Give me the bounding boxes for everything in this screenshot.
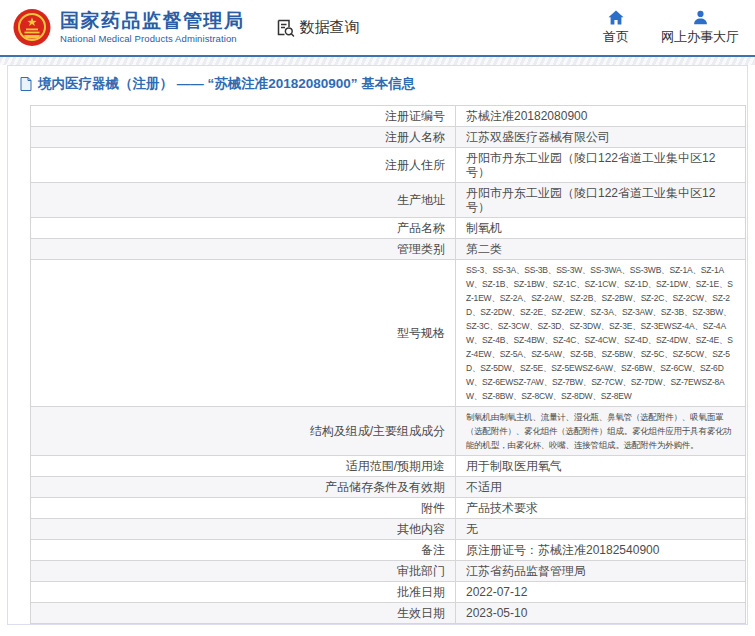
row-label-text: 产品储存条件及有效期 (325, 480, 445, 494)
row-label-text: 生效日期 (397, 606, 445, 620)
decorative-hatch-strip (0, 57, 755, 65)
table-row: 附件产品技术要求 (31, 498, 746, 519)
row-value: SS-3、SS-3A、SS-3B、SS-3W、SS-3WA、SS-3WB、SZ-… (456, 260, 746, 407)
table-row: 适用范围/预期用途用于制取医用氧气 (31, 456, 746, 477)
row-value: 第二类 (456, 239, 746, 260)
row-value: 原注册证号：苏械注准20182540900 (456, 540, 746, 561)
row-label-text: 生产地址 (397, 193, 445, 207)
row-label-text: 型号规格 (397, 326, 445, 340)
row-label-text: 注册人住所 (385, 158, 445, 172)
row-label: 生产地址 (31, 183, 456, 218)
row-label-text: 适用范围/预期用途 (346, 459, 445, 473)
org-name-en: National Medical Products Administration (60, 34, 245, 44)
row-value: 2028-05-09 (456, 624, 746, 626)
row-label: 注册证编号 (31, 106, 456, 127)
breadcrumb: 境内医疗器械（注册） —— “苏械注准20182080900” 基本信息 (8, 66, 747, 97)
nav-service-hall-label: 网上办事大厅 (661, 28, 739, 46)
nav-service-hall[interactable]: 网上办事大厅 (661, 10, 739, 46)
row-label: 管理类别 (31, 239, 456, 260)
row-value: 产品技术要求 (456, 498, 746, 519)
home-icon (608, 10, 624, 25)
table-row: 产品储存条件及有效期不适用 (31, 477, 746, 498)
row-label: 型号规格 (31, 260, 456, 407)
row-value: 丹阳市丹东工业园（陵口122省道工业集中区12号） (456, 183, 746, 218)
row-label-text: 审批部门 (397, 564, 445, 578)
row-label-text: 管理类别 (397, 242, 445, 256)
table-row: 有效期至2028-05-09 (31, 624, 746, 626)
data-query-label: 数据查询 (300, 18, 360, 37)
row-label-text: 结构及组成/主要组成成分 (310, 424, 445, 438)
detail-table-body: 注册证编号苏械注准20182080900注册人名称江苏双盛医疗器械有限公司注册人… (31, 106, 746, 626)
table-row: 审批部门江苏省药品监督管理局 (31, 561, 746, 582)
row-label: 生效日期 (31, 603, 456, 624)
row-label-text: 批准日期 (397, 585, 445, 599)
org-name-zh: 国家药品监督管理局 (60, 11, 245, 31)
row-value: 用于制取医用氧气 (456, 456, 746, 477)
row-value: 2023-05-10 (456, 603, 746, 624)
row-label: 产品储存条件及有效期 (31, 477, 456, 498)
table-row: 生效日期2023-05-10 (31, 603, 746, 624)
table-row: 批准日期2022-07-12 (31, 582, 746, 603)
table-row: 生产地址丹阳市丹东工业园（陵口122省道工业集中区12号） (31, 183, 746, 218)
breadcrumb-text: 境内医疗器械（注册） —— “苏械注准20182080900” 基本信息 (38, 75, 415, 93)
row-label-text: 其他内容 (397, 522, 445, 536)
row-label-text: 产品名称 (397, 221, 445, 235)
content-panel: 境内医疗器械（注册） —— “苏械注准20182080900” 基本信息 注册证… (7, 65, 748, 625)
row-label: 其他内容 (31, 519, 456, 540)
row-label: 审批部门 (31, 561, 456, 582)
table-row: 产品名称制氧机 (31, 218, 746, 239)
row-value: 无 (456, 519, 746, 540)
row-label-text: 附件 (421, 501, 445, 515)
user-icon (693, 10, 708, 25)
row-label-text: 备注 (421, 543, 445, 557)
row-label: 批准日期 (31, 582, 456, 603)
document-search-icon (275, 18, 295, 38)
row-label-text: 注册人名称 (385, 130, 445, 144)
row-value: 2022-07-12 (456, 582, 746, 603)
table-row: 管理类别第二类 (31, 239, 746, 260)
table-row: 注册人住所丹阳市丹东工业园（陵口122省道工业集中区12号） (31, 148, 746, 183)
row-value: 苏械注准20182080900 (456, 106, 746, 127)
table-row: 结构及组成/主要组成成分制氧机由制氧主机、流量计、湿化瓶、鼻氧管（选配附件）、吸… (31, 407, 746, 456)
national-emblem-icon (12, 8, 52, 48)
site-titles: 国家药品监督管理局 National Medical Products Admi… (60, 11, 245, 44)
row-value: 制氧机 (456, 218, 746, 239)
row-label: 结构及组成/主要组成成分 (31, 407, 456, 456)
row-label: 产品名称 (31, 218, 456, 239)
table-row: 注册证编号苏械注准20182080900 (31, 106, 746, 127)
row-value: 制氧机由制氧主机、流量计、湿化瓶、鼻氧管（选配附件）、吸氧面罩（选配附件）、雾化… (456, 407, 746, 456)
row-label: 适用范围/预期用途 (31, 456, 456, 477)
table-row: 其他内容无 (31, 519, 746, 540)
row-value: 江苏双盛医疗器械有限公司 (456, 127, 746, 148)
row-label-text: 注册证编号 (385, 109, 445, 123)
site-header: 国家药品监督管理局 National Medical Products Admi… (0, 0, 755, 57)
table-row: 注册人名称江苏双盛医疗器械有限公司 (31, 127, 746, 148)
detail-table: 注册证编号苏械注准20182080900注册人名称江苏双盛医疗器械有限公司注册人… (30, 105, 746, 625)
row-label: 附件 (31, 498, 456, 519)
row-label: 有效期至 (31, 624, 456, 626)
table-row: 备注原注册证号：苏械注准20182540900 (31, 540, 746, 561)
row-value: 江苏省药品监督管理局 (456, 561, 746, 582)
row-label: 注册人住所 (31, 148, 456, 183)
row-value: 不适用 (456, 477, 746, 498)
table-row: 型号规格SS-3、SS-3A、SS-3B、SS-3W、SS-3WA、SS-3WB… (31, 260, 746, 407)
row-label: 注册人名称 (31, 127, 456, 148)
row-label: 备注 (31, 540, 456, 561)
nav-home-label: 首页 (603, 28, 629, 46)
site-logo-link[interactable]: 国家药品监督管理局 National Medical Products Admi… (12, 8, 245, 48)
nav-data-query[interactable]: 数据查询 (275, 18, 360, 38)
row-value: 丹阳市丹东工业园（陵口122省道工业集中区12号） (456, 148, 746, 183)
document-icon (20, 77, 32, 91)
header-nav: 首页 网上办事大厅 (603, 10, 743, 46)
nav-home[interactable]: 首页 (603, 10, 629, 46)
